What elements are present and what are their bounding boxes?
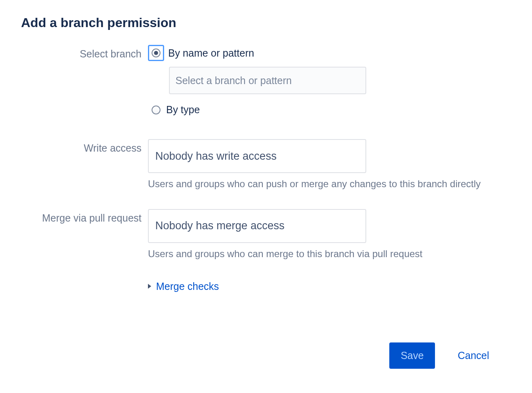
branch-pattern-input[interactable]: [169, 67, 366, 94]
select-branch-row: Select branch By name or pattern By type: [21, 45, 511, 121]
write-access-row: Write access Users and groups who can pu…: [21, 139, 511, 191]
write-access-content: Users and groups who can push or merge a…: [148, 139, 488, 191]
write-access-label: Write access: [21, 139, 148, 155]
branch-pattern-input-wrap: [169, 67, 488, 94]
radio-by-name-label: By name or pattern: [168, 47, 254, 59]
merge-access-input[interactable]: [148, 209, 366, 243]
radio-by-type-label: By type: [166, 104, 200, 116]
radio-icon: [152, 49, 160, 57]
write-access-input[interactable]: [148, 139, 366, 173]
cancel-button[interactable]: Cancel: [455, 349, 492, 362]
merge-checks-toggle[interactable]: Merge checks: [148, 281, 219, 292]
chevron-right-icon: [148, 284, 151, 289]
merge-checks-label: Merge checks: [156, 281, 219, 292]
write-access-help: Users and groups who can push or merge a…: [148, 177, 488, 191]
radio-by-name-or-pattern[interactable]: By name or pattern: [148, 45, 488, 61]
radio-dot-icon: [154, 51, 158, 55]
merge-access-help: Users and groups who can merge to this b…: [148, 247, 488, 261]
merge-access-label: Merge via pull request: [21, 209, 148, 225]
dialog-footer: Save Cancel: [389, 342, 492, 369]
add-branch-permission-dialog: Add a branch permission Select branch By…: [0, 0, 532, 393]
radio-focus-ring: [148, 45, 164, 61]
merge-access-row: Merge via pull request Users and groups …: [21, 209, 511, 261]
merge-checks-row: Merge checks: [21, 279, 511, 292]
select-branch-label: Select branch: [21, 45, 148, 61]
select-branch-content: By name or pattern By type: [148, 45, 488, 121]
radio-icon: [152, 106, 160, 114]
radio-by-type[interactable]: By type: [148, 104, 488, 116]
save-button[interactable]: Save: [389, 342, 435, 369]
dialog-title: Add a branch permission: [21, 15, 511, 30]
merge-access-content: Users and groups who can merge to this b…: [148, 209, 488, 261]
